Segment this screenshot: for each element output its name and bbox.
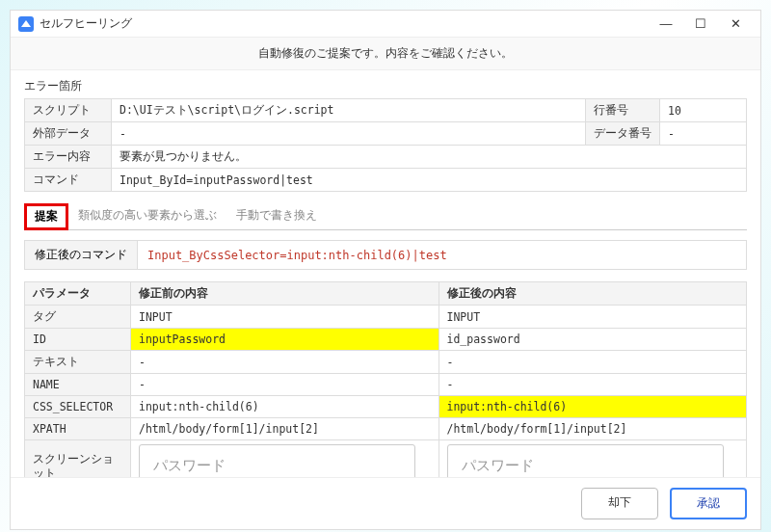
reject-button[interactable]: 却下 [581, 488, 658, 519]
info-banner: 自動修復のご提案です。内容をご確認ください。 [11, 38, 760, 70]
tab-similar[interactable]: 類似度の高い要素から選ぶ [68, 203, 226, 229]
maximize-button[interactable]: ☐ [683, 13, 718, 35]
param-before: INPUT [131, 306, 439, 329]
col-before: 修正前の内容 [131, 282, 439, 306]
param-after: input:nth-child(6) [439, 396, 747, 418]
param-after: /html/body/form[1]/input[2] [439, 418, 747, 440]
param-before: input:nth-child(6) [131, 396, 439, 418]
command-value: Input_ById=inputPassword|test [112, 169, 747, 192]
table-row: 外部データ - データ番号 - [25, 122, 747, 146]
params-table: パラメータ 修正前の内容 修正後の内容 タグ INPUT INPUT ID in… [24, 281, 747, 477]
script-label: スクリプト [25, 99, 112, 122]
param-name: タグ [25, 306, 131, 329]
screenshot-after-box: パスワード [447, 444, 724, 477]
param-after: INPUT [439, 306, 747, 329]
table-row: タグ INPUT INPUT [25, 306, 747, 329]
param-after: - [439, 374, 747, 396]
param-before: - [131, 374, 439, 396]
tab-bar: 提案 類似度の高い要素から選ぶ 手動で書き換え [24, 203, 747, 230]
window-controls: — ☐ ✕ [649, 13, 753, 35]
script-value: D:\UIテスト\script\ログイン.script [112, 99, 586, 122]
table-row: スクリーンショット パスワード パスワード [25, 440, 747, 478]
minimize-button[interactable]: — [649, 13, 683, 35]
titlebar: セルフヒーリング — ☐ ✕ [11, 11, 760, 38]
table-row: コマンド Input_ById=inputPassword|test [25, 169, 747, 192]
window-title: セルフヒーリング [40, 15, 649, 32]
close-button[interactable]: ✕ [718, 13, 753, 35]
error-info-table: スクリプト D:\UIテスト\script\ログイン.script 行番号 10… [24, 98, 747, 192]
datano-label: データ番号 [586, 122, 660, 146]
param-name: ID [25, 329, 131, 351]
extdata-value: - [112, 122, 586, 146]
param-before: inputPassword [131, 329, 439, 351]
tab-proposal[interactable]: 提案 [24, 203, 68, 230]
app-icon [18, 16, 34, 32]
param-after: - [439, 351, 747, 374]
screenshot-after-cell: パスワード [439, 440, 747, 478]
error-value: 要素が見つかりません。 [112, 146, 747, 169]
table-row: XPATH /html/body/form[1]/input[2] /html/… [25, 418, 747, 440]
col-param: パラメータ [25, 282, 131, 306]
fixed-command-value: Input_ByCssSelector=input:nth-child(6)|t… [138, 243, 457, 268]
error-label: エラー内容 [25, 146, 112, 169]
tab-manual[interactable]: 手動で書き換え [226, 203, 327, 229]
command-label: コマンド [25, 169, 112, 192]
content-area: エラー箇所 スクリプト D:\UIテスト\script\ログイン.script … [11, 70, 760, 477]
line-value: 10 [660, 99, 747, 122]
screenshot-before-box: パスワード [139, 444, 415, 477]
footer: 却下 承認 [11, 477, 760, 529]
param-before: /html/body/form[1]/input[2] [131, 418, 439, 440]
param-after: id_password [439, 329, 747, 351]
param-name: テキスト [25, 351, 131, 374]
extdata-label: 外部データ [25, 122, 112, 146]
table-row: スクリプト D:\UIテスト\script\ログイン.script 行番号 10 [25, 99, 747, 122]
table-row: パラメータ 修正前の内容 修正後の内容 [25, 282, 747, 306]
accept-button[interactable]: 承認 [670, 488, 747, 519]
table-row: CSS_SELECTOR input:nth-child(6) input:nt… [25, 396, 747, 418]
table-row: NAME - - [25, 374, 747, 396]
param-name: CSS_SELECTOR [25, 396, 131, 418]
table-row: ID inputPassword id_password [25, 329, 747, 351]
datano-value: - [660, 122, 747, 146]
param-name: XPATH [25, 418, 131, 440]
error-section-label: エラー箇所 [24, 78, 747, 94]
table-row: テキスト - - [25, 351, 747, 374]
screenshot-before-cell: パスワード [131, 440, 439, 478]
fixed-command-row: 修正後のコマンド Input_ByCssSelector=input:nth-c… [24, 240, 747, 270]
param-name: NAME [25, 374, 131, 396]
line-label: 行番号 [586, 99, 660, 122]
fixed-command-label: 修正後のコマンド [25, 241, 138, 269]
table-row: エラー内容 要素が見つかりません。 [25, 146, 747, 169]
self-healing-window: セルフヒーリング — ☐ ✕ 自動修復のご提案です。内容をご確認ください。 エラ… [10, 10, 761, 530]
screenshot-label: スクリーンショット [25, 440, 131, 478]
col-after: 修正後の内容 [439, 282, 747, 306]
param-before: - [131, 351, 439, 374]
